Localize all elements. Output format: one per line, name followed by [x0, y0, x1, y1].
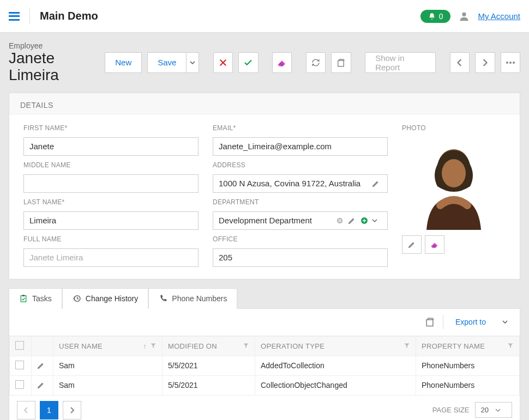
prev-record-button[interactable]: [450, 52, 470, 73]
department-dropdown-button[interactable]: [372, 218, 384, 223]
address-input[interactable]: [213, 175, 372, 192]
pencil-icon: [37, 381, 45, 389]
cancel-button[interactable]: [213, 52, 233, 73]
department-input[interactable]: [213, 212, 336, 229]
file-button[interactable]: [331, 52, 351, 73]
middle-name-input[interactable]: [23, 174, 199, 193]
chevron-left-icon: [23, 407, 29, 413]
filter-icon[interactable]: [150, 342, 157, 349]
svg-point-3: [509, 62, 512, 64]
next-record-button[interactable]: [475, 52, 495, 73]
details-card: DETAILS FIRST NAME* MIDDLE NAME LAST NAM…: [9, 93, 520, 279]
department-add-button[interactable]: [360, 216, 372, 225]
svg-point-9: [442, 159, 466, 187]
col-user-name[interactable]: USER NAME: [59, 342, 103, 350]
page-size-label: PAGE SIZE: [432, 406, 470, 414]
phone-icon: [159, 294, 167, 303]
app-title: Main Demo: [40, 10, 420, 22]
chevron-down-icon: [190, 60, 195, 65]
show-in-report-button[interactable]: Show in Report: [365, 52, 436, 73]
new-button[interactable]: New: [105, 52, 142, 73]
save-button[interactable]: Save: [147, 52, 186, 73]
last-name-input[interactable]: [23, 211, 199, 230]
save-dropdown-button[interactable]: [186, 52, 199, 73]
record-type: Employee: [9, 41, 99, 50]
department-edit-button[interactable]: [348, 217, 360, 224]
pager-prev-button[interactable]: [17, 401, 35, 419]
row-checkbox[interactable]: [15, 361, 24, 369]
col-operation-type[interactable]: OPERATION TYPE: [261, 342, 324, 350]
export-to-button[interactable]: Export to: [451, 318, 512, 326]
person-photo-icon: [410, 137, 497, 230]
office-label: OFFICE: [213, 235, 388, 243]
tab-change-history[interactable]: Change History: [62, 288, 149, 309]
pager-next-button[interactable]: [63, 401, 81, 419]
notifications-count: 0: [439, 12, 443, 21]
menu-hamburger-icon[interactable]: [9, 11, 20, 22]
col-property-name[interactable]: PROPERTY NAME: [422, 342, 485, 350]
refresh-icon: [311, 58, 321, 68]
confirm-button[interactable]: [238, 52, 258, 73]
chevron-down-icon: [372, 218, 377, 223]
refresh-button[interactable]: [306, 52, 326, 73]
page-toolbar: Employee Janete Limeira New Save Show: [9, 41, 520, 84]
email-input[interactable]: [213, 137, 388, 156]
filter-icon[interactable]: [243, 342, 249, 349]
department-clear-button[interactable]: [336, 217, 348, 224]
cell-user-name: Sam: [53, 375, 163, 395]
svg-rect-13: [426, 320, 433, 326]
notifications-button[interactable]: 0: [420, 10, 451, 23]
pencil-icon: [348, 217, 356, 224]
file-icon: [424, 316, 435, 327]
filter-icon[interactable]: [507, 342, 514, 349]
chevron-down-icon: [495, 407, 501, 413]
my-account-link[interactable]: My Account: [478, 11, 520, 21]
page-size-select[interactable]: 20: [475, 402, 512, 418]
first-name-label: FIRST NAME*: [23, 124, 199, 132]
department-label: DEPARTMENT: [213, 198, 388, 206]
ellipsis-icon: [506, 61, 515, 64]
chevron-left-icon: [456, 59, 463, 66]
row-checkbox[interactable]: [15, 380, 24, 389]
select-all-checkbox[interactable]: [15, 341, 24, 350]
photo-clear-button[interactable]: [425, 235, 444, 254]
first-name-input[interactable]: [23, 137, 199, 156]
pencil-icon: [37, 362, 45, 369]
filter-icon[interactable]: [404, 342, 410, 349]
divider: [443, 315, 443, 329]
tab-label: Phone Numbers: [172, 294, 227, 303]
plus-circle-icon: [360, 216, 369, 225]
export-label: Export to: [455, 318, 486, 326]
chevron-right-icon: [69, 407, 75, 413]
photo-preview: [402, 137, 506, 230]
cell-property-name: PhoneNumbers: [416, 375, 520, 395]
erase-button[interactable]: [272, 52, 292, 73]
svg-rect-11: [22, 295, 25, 296]
tab-tasks[interactable]: Tasks: [9, 288, 62, 309]
eraser-icon: [277, 59, 287, 66]
row-edit-button[interactable]: [37, 381, 47, 389]
change-history-grid: USER NAME ↑ MODIFIED ON OPERATION TYPE: [9, 336, 520, 395]
sort-icon[interactable]: ↑: [143, 342, 147, 350]
tab-label: Change History: [86, 294, 139, 303]
address-edit-button[interactable]: [372, 180, 384, 187]
address-label: ADDRESS: [213, 161, 388, 169]
full-name-label: FULL NAME: [23, 235, 199, 243]
cell-operation-type: AddedToCollection: [255, 356, 416, 375]
user-avatar-icon[interactable]: [458, 10, 470, 22]
row-edit-button[interactable]: [37, 362, 47, 369]
x-circle-icon: [336, 217, 344, 224]
more-actions-button[interactable]: [501, 52, 520, 73]
pager-page-1[interactable]: 1: [40, 401, 58, 419]
col-modified-on[interactable]: MODIFIED ON: [168, 342, 217, 350]
cell-operation-type: CollectionObjectChanged: [255, 375, 416, 395]
table-row[interactable]: Sam 5/5/2021 AddedToCollection PhoneNumb…: [10, 356, 520, 375]
email-label: EMAIL*: [213, 124, 388, 132]
office-input[interactable]: [213, 248, 388, 267]
grid-file-button[interactable]: [424, 316, 435, 327]
eraser-icon: [430, 241, 439, 248]
photo-edit-button[interactable]: [402, 235, 422, 254]
check-icon: [243, 58, 253, 68]
tab-phone-numbers[interactable]: Phone Numbers: [148, 288, 237, 309]
table-row[interactable]: Sam 5/5/2021 CollectionObjectChanged Pho…: [10, 375, 520, 395]
